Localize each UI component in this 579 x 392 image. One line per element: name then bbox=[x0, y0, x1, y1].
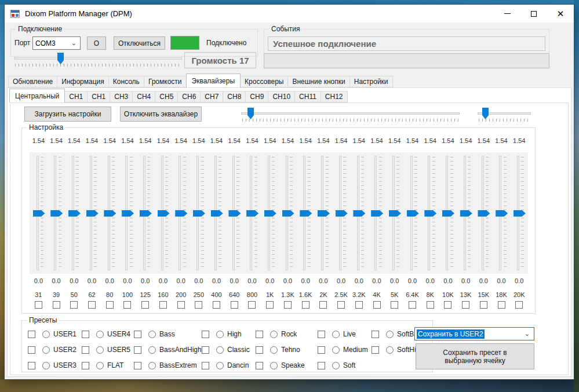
band-slider-3.2K[interactable] bbox=[350, 152, 368, 274]
band-checkbox-5K[interactable] bbox=[391, 301, 398, 309]
band-slider-100[interactable] bbox=[119, 152, 137, 274]
band-slider-2K[interactable] bbox=[315, 152, 333, 274]
band-checkbox-250[interactable] bbox=[195, 301, 202, 309]
preset-radio-soft[interactable] bbox=[332, 362, 340, 369]
band-slider-800[interactable] bbox=[243, 152, 261, 274]
channel-tab-ch4-4[interactable]: CH4 bbox=[133, 91, 155, 102]
band-checkbox-1.6K[interactable] bbox=[302, 301, 309, 309]
band-checkbox-18K[interactable] bbox=[498, 301, 505, 309]
disable-equalizer-button[interactable]: Отключить эквалайзер bbox=[120, 107, 202, 122]
channel-tab-ch7-7[interactable]: CH7 bbox=[201, 91, 223, 102]
band-checkbox-100[interactable] bbox=[123, 301, 131, 309]
preset-checkbox-user5[interactable] bbox=[82, 346, 89, 354]
band-checkbox-10K[interactable] bbox=[444, 301, 451, 309]
band-checkbox-80[interactable] bbox=[106, 301, 114, 309]
band-slider-31[interactable] bbox=[30, 152, 48, 274]
preset-radio-medium[interactable] bbox=[332, 346, 340, 354]
band-slider-4K[interactable] bbox=[368, 152, 386, 274]
save-preset-button[interactable]: Сохранить пресет в выбранную ячейку bbox=[416, 343, 534, 369]
preset-checkbox-classic[interactable] bbox=[202, 346, 209, 354]
band-slider-2.5K[interactable] bbox=[332, 152, 350, 274]
band-checkbox-125[interactable] bbox=[141, 301, 149, 309]
band-checkbox-8K[interactable] bbox=[427, 301, 434, 309]
band-checkbox-1.3K[interactable] bbox=[284, 301, 292, 309]
band-slider-8K[interactable] bbox=[421, 152, 439, 274]
band-slider-1.3K[interactable] bbox=[279, 152, 297, 274]
preset-checkbox-user2[interactable] bbox=[28, 346, 35, 354]
preset-checkbox-user4[interactable] bbox=[82, 331, 89, 338]
tab---2[interactable]: Консоль bbox=[109, 76, 144, 87]
channel-tab-ch9-9[interactable]: CH9 bbox=[246, 91, 268, 102]
tab---5[interactable]: Кроссоверы bbox=[241, 76, 288, 87]
channel-tab-ch8-8[interactable]: CH8 bbox=[223, 91, 246, 102]
preset-radio-softbass[interactable] bbox=[386, 331, 394, 338]
band-slider-640[interactable] bbox=[225, 152, 243, 274]
band-slider-18K[interactable] bbox=[493, 152, 511, 274]
close-button[interactable]: ✕ bbox=[547, 5, 574, 23]
band-slider-39[interactable] bbox=[48, 152, 65, 274]
band-slider-50[interactable] bbox=[65, 152, 83, 274]
preset-checkbox-tehno[interactable] bbox=[256, 346, 263, 354]
channel-tab-ch6-6[interactable]: CH6 bbox=[178, 91, 201, 102]
band-slider-80[interactable] bbox=[101, 152, 119, 274]
eq-slider-1-thumb[interactable] bbox=[247, 108, 254, 119]
preset-checkbox-soft[interactable] bbox=[318, 362, 325, 369]
maximize-button[interactable] bbox=[520, 5, 547, 23]
preset-checkbox-bassandhigh[interactable] bbox=[134, 346, 141, 354]
channel-tab-ch1-2[interactable]: CH1 bbox=[88, 91, 110, 102]
preset-radio-bassandhigh[interactable] bbox=[148, 346, 156, 354]
preset-radio-rock[interactable] bbox=[270, 331, 278, 338]
preset-checkbox-bass[interactable] bbox=[134, 331, 141, 338]
preset-checkbox-speake[interactable] bbox=[256, 362, 263, 369]
band-checkbox-800[interactable] bbox=[248, 301, 256, 309]
band-checkbox-50[interactable] bbox=[70, 301, 78, 309]
disconnect-button[interactable]: Отключиться bbox=[114, 36, 165, 50]
band-slider-1.6K[interactable] bbox=[297, 152, 315, 274]
channel-tab-ch5-5[interactable]: CH5 bbox=[155, 91, 178, 102]
band-checkbox-6.4K[interactable] bbox=[409, 301, 416, 309]
o-button[interactable]: О bbox=[87, 36, 106, 50]
band-checkbox-400[interactable] bbox=[213, 301, 220, 309]
eq-horizontal-slider-1[interactable] bbox=[239, 107, 462, 123]
preset-checkbox-rock[interactable] bbox=[256, 331, 263, 338]
preset-radio-flat[interactable] bbox=[96, 362, 104, 369]
preset-checkbox-medium[interactable] bbox=[318, 346, 325, 354]
band-checkbox-3.2K[interactable] bbox=[355, 301, 363, 309]
band-slider-1K[interactable] bbox=[261, 152, 279, 274]
band-slider-200[interactable] bbox=[172, 152, 190, 274]
band-slider-160[interactable] bbox=[154, 152, 172, 274]
tab---3[interactable]: Громкости bbox=[144, 76, 187, 87]
band-checkbox-200[interactable] bbox=[177, 301, 185, 309]
band-checkbox-640[interactable] bbox=[231, 301, 238, 309]
eq-horizontal-slider-2[interactable] bbox=[475, 107, 533, 123]
load-settings-button[interactable]: Загрузить настройки bbox=[24, 107, 111, 122]
preset-radio-user3[interactable] bbox=[42, 362, 50, 369]
channel-tab-ch10-10[interactable]: CH10 bbox=[268, 91, 295, 102]
band-checkbox-62[interactable] bbox=[88, 301, 96, 309]
preset-radio-tehno[interactable] bbox=[270, 346, 278, 354]
band-checkbox-31[interactable] bbox=[35, 301, 42, 309]
band-checkbox-39[interactable] bbox=[53, 301, 60, 309]
preset-radio-classic[interactable] bbox=[216, 346, 224, 354]
band-checkbox-4K[interactable] bbox=[373, 301, 381, 309]
band-checkbox-1K[interactable] bbox=[266, 301, 274, 309]
preset-radio-high[interactable] bbox=[216, 331, 224, 338]
band-checkbox-20K[interactable] bbox=[515, 301, 523, 309]
preset-radio-user5[interactable] bbox=[96, 346, 104, 354]
preset-checkbox-flat[interactable] bbox=[82, 362, 89, 369]
band-slider-20K[interactable] bbox=[510, 152, 528, 274]
band-checkbox-2K[interactable] bbox=[319, 301, 327, 309]
preset-checkbox-user3[interactable] bbox=[28, 362, 35, 369]
eq-slider-2-thumb[interactable] bbox=[482, 108, 489, 119]
preset-radio-bass[interactable] bbox=[148, 331, 156, 338]
band-checkbox-13K[interactable] bbox=[462, 301, 469, 309]
band-slider-250[interactable] bbox=[190, 152, 207, 274]
save-preset-combobox[interactable]: Сохранить в USER2 ⌄ bbox=[414, 327, 534, 340]
tab---0[interactable]: Обновление bbox=[8, 76, 57, 87]
band-slider-6.4K[interactable] bbox=[403, 152, 421, 274]
preset-radio-speake[interactable] bbox=[270, 362, 278, 369]
channel-tab-ch11-11[interactable]: CH11 bbox=[295, 91, 321, 102]
band-slider-13K[interactable] bbox=[457, 152, 475, 274]
volume-slider-thumb[interactable] bbox=[57, 53, 64, 64]
preset-radio-user1[interactable] bbox=[42, 331, 50, 338]
